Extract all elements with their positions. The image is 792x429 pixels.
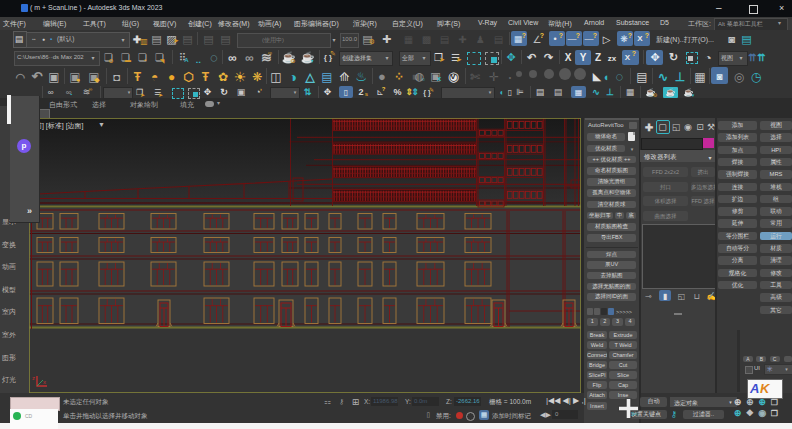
svg-text:z: z: [32, 375, 35, 381]
svg-text:x: x: [43, 379, 46, 385]
